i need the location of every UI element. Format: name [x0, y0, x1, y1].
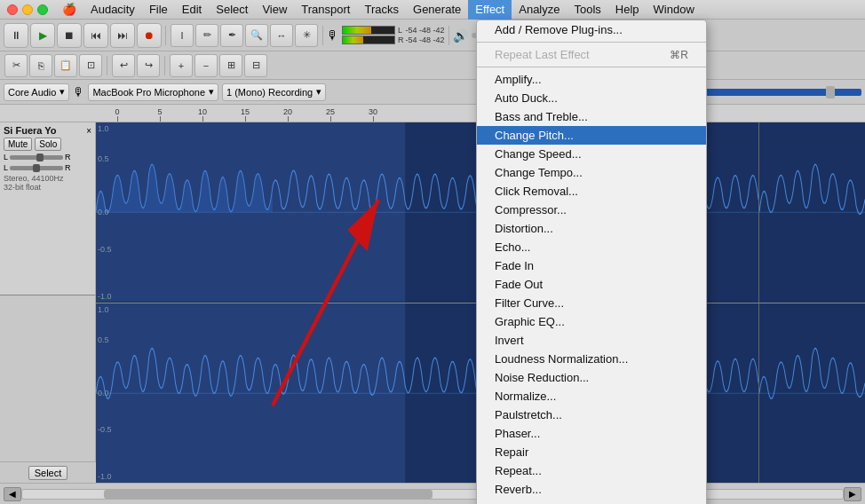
gain-slider[interactable]: [10, 155, 63, 160]
horizontal-scrollbar[interactable]: [21, 489, 844, 500]
menu-fade-in[interactable]: Fade In: [477, 256, 706, 275]
playback-knob[interactable]: [826, 86, 835, 98]
menu-invert[interactable]: Invert: [477, 331, 706, 350]
scale-label-bot2: -1.0: [98, 472, 112, 481]
menu-tools[interactable]: Tools: [567, 0, 607, 20]
undo-button[interactable]: ↩: [112, 54, 135, 77]
gain-knob[interactable]: [36, 154, 44, 161]
menu-add-plugins[interactable]: Add / Remove Plug-ins...: [477, 20, 706, 39]
menu-amplify[interactable]: Amplify...: [477, 70, 706, 89]
menu-loudness-norm[interactable]: Loudness Normalization...: [477, 350, 706, 368]
trim-button[interactable]: ⊡: [79, 54, 102, 77]
menu-paulstretch[interactable]: Paulstretch...: [477, 406, 706, 424]
back-button[interactable]: ⏮: [83, 23, 108, 48]
timeshift-tool[interactable]: ↔: [270, 24, 293, 47]
menu-repeat-last: Repeat Last Effect ⌘R: [477, 45, 706, 64]
pan-knob[interactable]: [33, 164, 40, 172]
separator2: [322, 26, 323, 45]
fit-project-button[interactable]: ⊟: [244, 54, 267, 77]
minimize-button[interactable]: [22, 4, 33, 15]
right-panel: [758, 122, 865, 483]
channel-label: 1 (Mono) Recording: [226, 87, 313, 98]
menu-change-tempo[interactable]: Change Tempo...: [477, 163, 706, 182]
menu-tracks[interactable]: Tracks: [357, 0, 406, 20]
menu-select[interactable]: Select: [209, 0, 255, 20]
record-button[interactable]: ⏺: [137, 23, 162, 48]
play-button[interactable]: ▶: [30, 23, 55, 48]
menu-repeat[interactable]: Repeat...: [477, 461, 706, 480]
channel-select[interactable]: 1 (Mono) Recording ▾: [222, 83, 326, 101]
draw-tool[interactable]: ✒: [220, 24, 243, 47]
scroll-right-button[interactable]: ▶: [844, 487, 861, 501]
pan-slider[interactable]: [10, 166, 63, 170]
menu-view[interactable]: View: [255, 0, 294, 20]
menu-audacity[interactable]: Audacity: [83, 0, 142, 20]
svg-rect-2: [96, 122, 405, 303]
menu-help[interactable]: Help: [608, 0, 647, 20]
menu-distortion[interactable]: Distortion...: [477, 219, 706, 238]
solo-button[interactable]: Solo: [35, 138, 61, 151]
menu-transport[interactable]: Transport: [294, 0, 357, 20]
menu-file[interactable]: File: [142, 0, 175, 20]
stop-button[interactable]: ⏹: [57, 23, 82, 48]
mute-button[interactable]: Mute: [4, 138, 32, 151]
repeat-last-shortcut: ⌘R: [670, 49, 688, 61]
menu-noise-reduction[interactable]: Noise Reduction...: [477, 368, 706, 387]
menu-reverse[interactable]: Reverse: [477, 499, 706, 504]
menu-generate[interactable]: Generate: [406, 0, 468, 20]
menu-repair[interactable]: Repair: [477, 443, 706, 461]
track-info: Stereo, 44100Hz: [4, 174, 91, 183]
device-bar: Core Audio ▾ 🎙 MacBook Pro Microphone ▾ …: [0, 80, 865, 105]
maximize-button[interactable]: [37, 4, 48, 15]
menu-apple[interactable]: 🍎: [55, 0, 83, 20]
scale-05-bot2: -0.5: [98, 425, 112, 434]
menu-change-pitch[interactable]: Change Pitch...: [477, 126, 706, 145]
playback-slider[interactable]: [684, 89, 861, 96]
menu-normalize[interactable]: Normalize...: [477, 387, 706, 406]
menu-effect[interactable]: Effect: [468, 0, 512, 20]
menu-click-removal[interactable]: Click Removal...: [477, 182, 706, 201]
db-label-1: -54 -48 -42: [406, 26, 445, 35]
scale-label-mid: 0.0: [98, 208, 109, 217]
menu-compressor[interactable]: Compressor...: [477, 201, 706, 219]
zoom-out-button[interactable]: −: [194, 54, 218, 77]
menu-phaser[interactable]: Phaser...: [477, 424, 706, 443]
redo-button[interactable]: ↪: [137, 54, 160, 77]
host-select[interactable]: Core Audio ▾: [4, 83, 69, 101]
host-chevron: ▾: [60, 86, 65, 98]
envelope-tool[interactable]: ✏: [195, 24, 218, 47]
scale-05-bot: -0.5: [98, 245, 112, 254]
menu-reverb[interactable]: Reverb...: [477, 480, 706, 499]
menu-analyze[interactable]: Analyze: [512, 0, 567, 20]
menu-graphic-eq[interactable]: Graphic EQ...: [477, 312, 706, 331]
toolbar-edit: ✂ ⎘ 📋 ⊡ ↩ ↪ + − ⊞ ⊟: [0, 51, 865, 80]
select-tool[interactable]: I: [171, 24, 194, 47]
menu-sep-1: [477, 42, 706, 43]
db-label-2: -54 -48 -42: [406, 35, 445, 44]
scroll-left-button[interactable]: ◀: [4, 487, 21, 501]
pause-button[interactable]: ⏸: [4, 23, 28, 48]
close-button[interactable]: [7, 4, 18, 15]
input-select[interactable]: MacBook Pro Microphone ▾: [88, 83, 218, 101]
forward-button[interactable]: ⏭: [110, 23, 135, 48]
track-header-top: Si Fuera Yo × Mute Solo L R L R: [0, 122, 96, 295]
menu-auto-duck[interactable]: Auto Duck...: [477, 89, 706, 107]
multi-tool[interactable]: ✳: [295, 24, 318, 47]
zoom-tool[interactable]: 🔍: [245, 24, 268, 47]
menu-fade-out[interactable]: Fade Out: [477, 275, 706, 294]
copy-button[interactable]: ⎘: [29, 54, 52, 77]
zoom-in-button[interactable]: +: [170, 54, 193, 77]
menu-filter-curve[interactable]: Filter Curve...: [477, 294, 706, 312]
track-collapse[interactable]: ×: [86, 126, 91, 136]
menu-echo[interactable]: Echo...: [477, 238, 706, 256]
menu-edit[interactable]: Edit: [175, 0, 209, 20]
menu-bass-treble[interactable]: Bass and Treble...: [477, 107, 706, 126]
menu-window[interactable]: Window: [647, 0, 702, 20]
fit-tracks-button[interactable]: ⊞: [219, 54, 242, 77]
cut-button[interactable]: ✂: [4, 54, 28, 77]
paste-button[interactable]: 📋: [54, 54, 77, 77]
select-button[interactable]: Select: [28, 466, 68, 480]
input-label: MacBook Pro Microphone: [92, 87, 205, 98]
menu-change-speed[interactable]: Change Speed...: [477, 145, 706, 163]
scrollbar-thumb[interactable]: [104, 490, 432, 499]
